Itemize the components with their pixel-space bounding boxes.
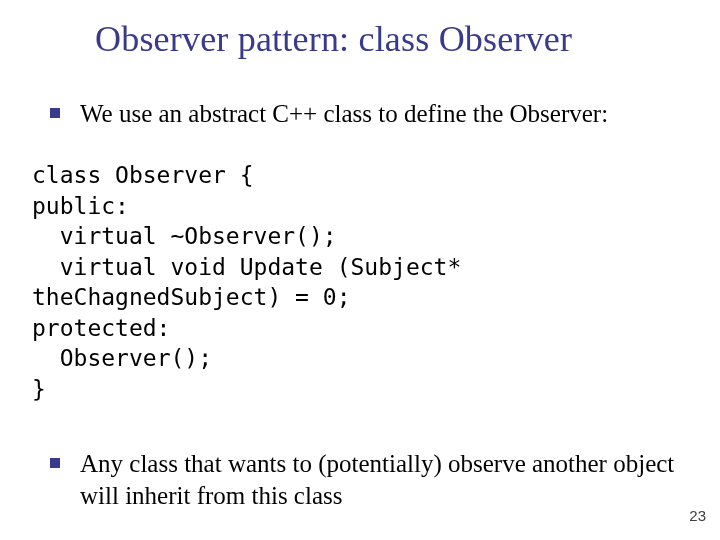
page-number: 23 <box>689 507 706 524</box>
bullet-square-icon <box>50 458 60 468</box>
bullet-text: Any class that wants to (potentially) ob… <box>80 448 680 512</box>
bullet-item-1: We use an abstract C++ class to define t… <box>50 98 680 130</box>
slide-title: Observer pattern: class Observer <box>95 18 680 60</box>
bullet-square-icon <box>50 108 60 118</box>
bullet-text: We use an abstract C++ class to define t… <box>80 98 608 130</box>
code-block: class Observer { public: virtual ~Observ… <box>32 160 690 405</box>
bullet-item-2: Any class that wants to (potentially) ob… <box>50 448 680 512</box>
slide: Observer pattern: class Observer We use … <box>0 0 720 540</box>
